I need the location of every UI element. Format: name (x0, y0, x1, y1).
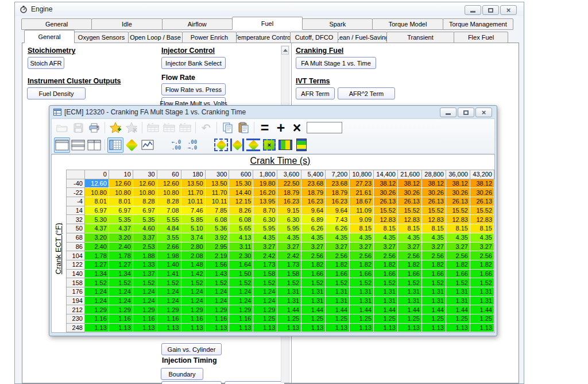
row-header[interactable]: 68 (67, 233, 85, 242)
map-cell[interactable]: 3.20 (84, 233, 109, 242)
map-cell[interactable]: 3.27 (421, 242, 446, 251)
map-cell[interactable]: 1.24 (84, 296, 109, 305)
afr-term-button[interactable]: AFR Term (296, 87, 335, 99)
map-cell[interactable]: 1.66 (446, 269, 470, 278)
minimize-button[interactable] (465, 5, 481, 15)
map-cell[interactable]: 2.19 (205, 251, 229, 260)
map-cell[interactable]: 15.52 (374, 206, 398, 215)
map-cell[interactable]: 8.01 (84, 197, 109, 206)
map-cell[interactable]: 1.56 (205, 260, 229, 269)
map-cell[interactable]: 12.60 (109, 179, 133, 188)
map-cell[interactable]: 1.66 (470, 269, 494, 278)
row-header[interactable]: 122 (67, 260, 85, 269)
column-header[interactable]: 180 (181, 170, 205, 179)
copy-icon[interactable] (219, 120, 235, 136)
row-header[interactable]: 194 (67, 296, 85, 305)
map-cell[interactable]: 1.29 (109, 305, 133, 314)
map-cell[interactable]: 4.35 (326, 233, 350, 242)
column-header[interactable]: 14,400 (374, 170, 398, 179)
row-header[interactable]: 104 (67, 251, 85, 260)
map-cell[interactable]: 10.11 (205, 197, 229, 206)
map-cell[interactable]: 1.52 (84, 278, 109, 287)
map-cell[interactable]: 1.82 (374, 260, 398, 269)
engine-titlebar[interactable]: Engine × (15, 2, 524, 16)
map-cell[interactable]: 30.26 (421, 188, 446, 197)
map-cell[interactable]: 1.24 (133, 287, 157, 296)
map-cell[interactable]: 8.28 (157, 197, 181, 206)
map-cell[interactable]: 1.44 (446, 305, 470, 314)
map-cell[interactable]: 1.31 (326, 296, 350, 305)
map-cell[interactable]: 6.89 (301, 215, 326, 224)
map-cell[interactable]: 3.27 (253, 242, 277, 251)
partial-button-1[interactable] (161, 381, 222, 384)
map-cell[interactable]: 2.56 (374, 251, 398, 260)
map-cell[interactable]: 15.52 (470, 206, 494, 215)
map-cell[interactable]: 5.95 (277, 224, 301, 233)
map-window-titlebar[interactable]: [ECM] 12320 - Cranking FA Mult Stage 1 v… (49, 106, 497, 118)
row-header[interactable]: 14 (67, 206, 85, 215)
map-cell[interactable]: 1.66 (421, 269, 446, 278)
fuel-density-button[interactable]: Fuel Density (27, 87, 86, 99)
map-cell[interactable]: 12.83 (470, 215, 494, 224)
map-cell[interactable]: 38.12 (398, 179, 422, 188)
map-cell[interactable]: 30.26 (446, 188, 470, 197)
map-cell[interactable]: 13.95 (253, 197, 277, 206)
map-cell[interactable]: 18.79 (277, 188, 301, 197)
map-cell[interactable]: 7.85 (205, 206, 229, 215)
map-cell[interactable]: 3.27 (301, 242, 326, 251)
map-cell[interactable]: 3.74 (181, 233, 205, 242)
map-cell[interactable]: 1.41 (157, 269, 181, 278)
map-cell[interactable]: 1.29 (205, 305, 229, 314)
map-cell[interactable]: 1.82 (470, 260, 494, 269)
map-cell[interactable]: 1.42 (181, 269, 205, 278)
map-cell[interactable]: 1.52 (229, 278, 253, 287)
map-cell[interactable]: 1.13 (374, 323, 398, 332)
map-cell[interactable]: 4.13 (229, 233, 253, 242)
map-cell[interactable]: 8.15 (350, 224, 374, 233)
map-cell[interactable]: 10.80 (133, 188, 157, 197)
map-cell[interactable]: 1.82 (421, 260, 446, 269)
map-cell[interactable]: 4.35 (374, 233, 398, 242)
map-cell[interactable]: 2.08 (181, 251, 205, 260)
row-header[interactable]: 158 (67, 278, 85, 287)
map-cell[interactable]: 2.56 (446, 251, 470, 260)
map-cell[interactable]: 4.35 (470, 233, 494, 242)
map-cell[interactable]: 1.82 (398, 260, 422, 269)
map-cell[interactable]: 8.70 (253, 206, 277, 215)
column-header[interactable]: 10 (109, 170, 133, 179)
map-cell[interactable]: 1.52 (446, 278, 470, 287)
map-cell[interactable]: 1.52 (421, 278, 446, 287)
map-cell[interactable]: 1.24 (229, 287, 253, 296)
tab-fuel[interactable]: Fuel (232, 17, 303, 30)
map-cell[interactable]: 1.13 (470, 323, 494, 332)
map-cell[interactable]: 1.31 (398, 287, 422, 296)
map-cell[interactable]: 1.13 (301, 323, 326, 332)
table-select-all-icon[interactable]: × (261, 137, 277, 153)
map-cell[interactable]: 1.66 (326, 269, 350, 278)
map-cell[interactable]: 5.95 (253, 224, 277, 233)
map-cell[interactable]: 1.52 (374, 278, 398, 287)
map-cell[interactable]: 9.09 (350, 215, 374, 224)
view-chart-icon[interactable] (140, 137, 156, 153)
column-header[interactable]: 60 (157, 170, 181, 179)
map-cell[interactable]: 1.24 (157, 287, 181, 296)
table-select-row-icon[interactable] (293, 137, 310, 153)
map-cell[interactable]: 1.66 (374, 269, 398, 278)
map-cell[interactable]: 2.66 (157, 242, 181, 251)
map-cell[interactable]: 3.92 (205, 233, 229, 242)
decimals-increase-icon[interactable]: .00→.0 (184, 137, 200, 153)
map-cell[interactable]: 1.25 (277, 314, 301, 324)
map-cell[interactable]: 1.13 (109, 323, 133, 332)
map-cell[interactable]: 12.60 (84, 179, 109, 188)
map-cell[interactable]: 8.15 (470, 224, 494, 233)
map-cell[interactable]: 3.55 (157, 233, 181, 242)
map-cell[interactable]: 6.97 (133, 206, 157, 215)
map-cell[interactable]: 1.52 (277, 278, 301, 287)
map-cell[interactable]: 12.60 (157, 179, 181, 188)
map-cell[interactable]: 4.35 (253, 233, 277, 242)
map-cell[interactable]: 1.24 (253, 287, 277, 296)
subtab-flex-fuel[interactable]: Flex Fuel (454, 32, 508, 43)
map-cell[interactable]: 16.20 (253, 188, 277, 197)
map-cell[interactable]: 5.10 (181, 224, 205, 233)
map-cell[interactable]: 1.16 (133, 314, 157, 324)
